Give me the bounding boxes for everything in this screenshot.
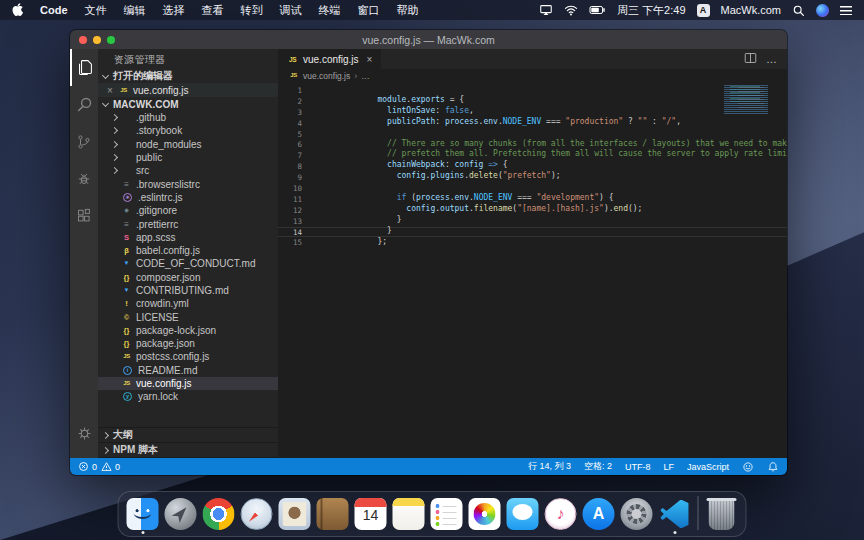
tree-item[interactable]: i README.md [98,364,278,377]
breadcrumb[interactable]: JS vue.config.js › … [278,69,787,82]
more-actions-icon[interactable]: … [766,56,778,62]
reminders-icon[interactable] [431,498,463,530]
contacts-icon[interactable] [317,498,349,530]
finder-icon[interactable] [127,498,159,530]
photos-icon[interactable] [469,498,501,530]
problems-errors[interactable]: 0 [78,461,97,472]
chrome-icon[interactable] [203,498,235,530]
tree-item[interactable]: public [98,151,278,164]
tree-item[interactable]: {} composer.json [98,271,278,284]
minimap[interactable] [724,85,780,115]
open-editor-item[interactable]: × JS vue.config.js [98,83,278,97]
tab-close-icon[interactable]: × [367,54,373,65]
dock-item[interactable]: ♪ [545,498,577,534]
menu-site-text[interactable]: MacWk.com [721,4,782,16]
tree-item[interactable]: node_modules [98,138,278,151]
problems-warnings[interactable]: 0 [101,461,120,472]
tree-item[interactable]: {} package.json [98,337,278,350]
debug-icon[interactable] [70,160,98,197]
menu-item[interactable]: 终端 [319,3,341,18]
extensions-icon[interactable] [70,197,98,234]
apple-menu[interactable] [12,3,23,18]
menu-item[interactable]: 文件 [85,3,107,18]
input-source-icon[interactable]: A [697,4,710,17]
tree-item[interactable]: {} package-lock.json [98,324,278,337]
dock-item[interactable] [706,499,738,534]
system-preferences-icon[interactable] [621,498,653,530]
menu-item[interactable]: 帮助 [397,3,419,18]
menu-item[interactable]: 编辑 [124,3,146,18]
dock-item[interactable] [469,498,501,534]
menu-item[interactable]: 查看 [202,3,224,18]
messages-icon[interactable] [507,498,539,530]
calendar-icon[interactable]: 14 [355,498,387,530]
open-editors-header[interactable]: 打开的编辑器 [98,69,278,83]
close-icon[interactable]: × [106,85,114,96]
safari-icon[interactable] [241,498,273,530]
vscode-icon[interactable] [659,498,691,530]
dock-item[interactable] [431,498,463,534]
dock-item[interactable] [393,498,425,534]
itunes-icon[interactable]: ♪ [545,498,577,530]
tree-item[interactable]: src [98,164,278,177]
spotlight-icon[interactable] [792,4,805,17]
zoom-window-button[interactable] [107,36,115,44]
siri-icon[interactable] [816,4,829,17]
tree-item[interactable]: ! crowdin.yml [98,297,278,310]
tab-vue-config[interactable]: JS vue.config.js × [278,49,381,69]
tree-item[interactable]: ▼ CODE_OF_CONDUCT.md [98,257,278,270]
menu-item[interactable]: 调试 [280,3,302,18]
mail-icon[interactable] [279,498,311,530]
explorer-icon[interactable] [70,49,98,86]
menu-item[interactable]: 转到 [241,3,263,18]
cursor-position[interactable]: 行 14, 列 3 [528,460,571,473]
dock-item[interactable] [127,498,159,534]
dock-item[interactable] [317,498,349,534]
menu-item[interactable]: 窗口 [358,3,380,18]
code-editor[interactable]: 1 module.exports = { 2 lintOnSave: false… [278,82,787,458]
tree-item[interactable]: .github [98,111,278,124]
encoding[interactable]: UTF-8 [625,462,651,472]
dock-item[interactable] [165,498,197,534]
trash-icon[interactable] [709,499,735,530]
tree-item[interactable]: ≡ .browserslistrc [98,177,278,190]
tree-item[interactable]: ◆ .gitignore [98,204,278,217]
tree-item[interactable]: β babel.config.js [98,244,278,257]
tree-item[interactable]: © LICENSE [98,310,278,323]
collapsed-section[interactable]: 大纲 [98,428,278,443]
tree-item[interactable]: S app.scss [98,231,278,244]
dock-item[interactable] [507,498,539,534]
tree-item[interactable]: ≡ .prettierrc [98,217,278,230]
indentation[interactable]: 空格: 2 [584,460,612,473]
minimize-window-button[interactable] [93,36,101,44]
source-control-icon[interactable] [70,123,98,160]
active-app-name[interactable]: Code [40,4,68,16]
menu-clock[interactable]: 周三 下午2:49 [617,3,685,18]
search-icon[interactable] [70,86,98,123]
dock-item[interactable] [203,498,235,534]
tree-item[interactable]: .storybook [98,124,278,137]
notes-icon[interactable] [393,498,425,530]
project-root-header[interactable]: MACWK.COM [98,97,278,111]
feedback-smiley-icon[interactable] [742,461,754,473]
dock-item[interactable]: A [583,498,615,534]
tree-item[interactable]: ∗ .eslintrc.js [98,191,278,204]
close-window-button[interactable] [79,36,87,44]
dock-item[interactable] [659,498,691,534]
tree-item[interactable]: JS vue.config.js [98,377,278,390]
manage-gear-icon[interactable] [70,415,98,452]
dock-item[interactable]: 14 [355,498,387,534]
launchpad-icon[interactable] [165,498,197,530]
app-store-icon[interactable]: A [583,498,615,530]
window-title-bar[interactable]: vue.config.js — MacWk.com [70,30,787,49]
notification-center-icon[interactable] [840,6,852,15]
tree-item[interactable]: ▼ CONTRIBUTING.md [98,284,278,297]
eol-sequence[interactable]: LF [663,462,674,472]
menu-item[interactable]: 选择 [163,3,185,18]
wifi-icon[interactable] [564,4,578,16]
battery-icon[interactable] [589,4,606,16]
display-icon[interactable] [539,3,553,17]
dock-item[interactable] [241,498,273,534]
notifications-bell-icon[interactable] [767,461,779,473]
collapsed-section[interactable]: NPM 脚本 [98,443,278,458]
